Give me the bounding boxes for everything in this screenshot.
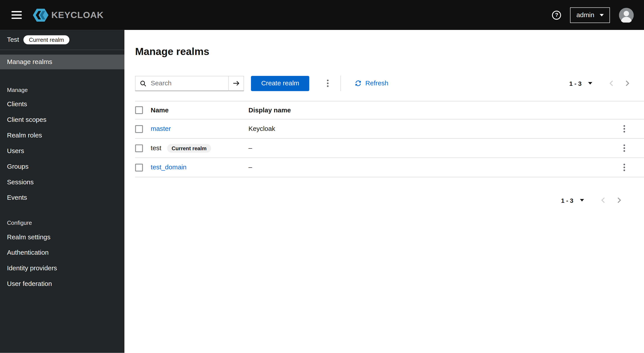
kebab-icon xyxy=(624,125,625,127)
table-row: test_domain – xyxy=(135,158,644,177)
realm-link-test-domain[interactable]: test_domain xyxy=(151,164,187,171)
sidebar-item-client-scopes[interactable]: Client scopes xyxy=(0,112,124,128)
chevron-left-icon xyxy=(609,80,614,87)
row-kebab-menu[interactable] xyxy=(621,122,628,135)
nav-list-configure: Realm settings Authentication Identity p… xyxy=(0,229,124,292)
table-row: master Keycloak xyxy=(135,119,644,139)
nav-section-configure: Configure xyxy=(7,220,118,226)
chevron-down-icon xyxy=(580,199,584,201)
chevron-left-icon xyxy=(600,197,606,203)
kebab-icon xyxy=(624,164,625,165)
search-icon xyxy=(140,80,146,86)
masthead: KEYCLOAK ? admin xyxy=(0,0,644,30)
current-realm-badge: Current realm xyxy=(24,35,69,44)
row-kebab-menu[interactable] xyxy=(621,161,628,174)
table-row: test Current realm – xyxy=(135,139,644,158)
sidebar-item-realm-settings[interactable]: Realm settings xyxy=(0,229,124,245)
sidebar-item-sessions[interactable]: Sessions xyxy=(0,174,124,190)
user-menu-label: admin xyxy=(576,11,594,19)
refresh-icon xyxy=(355,80,362,87)
masthead-actions: ? admin xyxy=(552,7,634,23)
sidebar-item-authentication[interactable]: Authentication xyxy=(0,245,124,261)
search-submit-button[interactable] xyxy=(229,76,244,91)
pagination-nav xyxy=(598,194,624,206)
chevron-right-icon xyxy=(616,197,622,203)
bottom-pagination: 1 - 3 xyxy=(135,194,624,206)
brand-text: KEYCLOAK xyxy=(51,10,104,20)
nav-section-manage: Manage xyxy=(7,87,118,93)
pagination-nav xyxy=(606,78,632,89)
keycloak-logo: KEYCLOAK xyxy=(33,8,104,21)
keycloak-admin-console: KEYCLOAK ? admin Test Curr xyxy=(0,0,644,353)
display-name-cell: – xyxy=(248,164,604,171)
row-checkbox[interactable] xyxy=(135,163,143,171)
sidebar-item-realm-roles[interactable]: Realm roles xyxy=(0,128,124,143)
nav-list-manage: Clients Client scopes Realm roles Users … xyxy=(0,96,124,205)
main-content: Manage realms xyxy=(124,30,644,353)
realm-switcher[interactable]: Test Current realm xyxy=(0,30,124,50)
keycloak-logo-icon xyxy=(33,8,48,21)
kebab-icon xyxy=(327,80,329,81)
realm-name: Test xyxy=(7,36,19,43)
select-all-checkbox[interactable] xyxy=(135,106,143,114)
page-title: Manage realms xyxy=(135,45,644,57)
avatar-icon xyxy=(619,8,634,22)
chevron-right-icon xyxy=(624,80,630,87)
realm-name-test: test xyxy=(151,144,162,152)
arrow-right-icon xyxy=(233,80,240,86)
select-all-cell xyxy=(135,106,151,114)
sidebar: Test Current realm Manage realms Manage … xyxy=(0,30,124,353)
toolbar-kebab-menu[interactable] xyxy=(324,77,332,90)
prev-page-button[interactable] xyxy=(598,194,608,206)
realms-table: Name Display name master Keycloak xyxy=(135,101,644,177)
toolbar-divider xyxy=(340,75,341,91)
hamburger-icon xyxy=(12,11,22,12)
page-layout: Test Current realm Manage realms Manage … xyxy=(0,30,644,353)
next-page-button[interactable] xyxy=(614,194,624,206)
column-header-name: Name xyxy=(151,106,248,114)
sidebar-item-groups[interactable]: Groups xyxy=(0,159,124,174)
toolbar: Create realm Refresh 1 - 3 xyxy=(135,75,632,91)
user-menu-dropdown[interactable]: admin xyxy=(570,7,610,23)
table-header-row: Name Display name xyxy=(135,101,644,119)
row-kebab-menu[interactable] xyxy=(621,142,628,155)
display-name-cell: – xyxy=(248,144,604,152)
sidebar-item-users[interactable]: Users xyxy=(0,143,124,159)
refresh-label: Refresh xyxy=(365,80,388,87)
prev-page-button[interactable] xyxy=(606,78,616,89)
sidebar-item-identity-providers[interactable]: Identity providers xyxy=(0,261,124,276)
refresh-button[interactable]: Refresh xyxy=(355,80,388,87)
row-checkbox[interactable] xyxy=(135,125,143,133)
display-name-cell: Keycloak xyxy=(248,125,604,133)
search-input[interactable] xyxy=(150,79,225,87)
nav-toggle-button[interactable] xyxy=(6,5,26,24)
help-button[interactable]: ? xyxy=(552,10,561,19)
row-checkbox[interactable] xyxy=(135,144,143,152)
help-icon: ? xyxy=(552,10,561,19)
pagination-range-dropdown[interactable]: 1 - 3 xyxy=(558,196,586,204)
pagination-range-dropdown[interactable]: 1 - 3 xyxy=(567,79,595,87)
top-pagination: 1 - 3 xyxy=(567,78,632,89)
current-realm-badge: Current realm xyxy=(167,144,211,152)
avatar[interactable] xyxy=(619,8,634,22)
chevron-down-icon xyxy=(588,82,592,84)
chevron-down-icon xyxy=(600,14,604,16)
sidebar-item-manage-realms[interactable]: Manage realms xyxy=(0,54,124,69)
pagination-range-label: 1 - 3 xyxy=(569,80,582,87)
sidebar-item-user-federation[interactable]: User federation xyxy=(0,276,124,292)
sidebar-item-events[interactable]: Events xyxy=(0,190,124,206)
pagination-range-label: 1 - 3 xyxy=(561,197,573,204)
search-box xyxy=(135,76,229,91)
kebab-icon xyxy=(624,144,625,146)
realm-link-master[interactable]: master xyxy=(151,125,171,133)
search-group xyxy=(135,76,244,91)
next-page-button[interactable] xyxy=(622,78,632,89)
create-realm-button[interactable]: Create realm xyxy=(251,76,310,91)
sidebar-item-clients[interactable]: Clients xyxy=(0,96,124,112)
column-header-display-name: Display name xyxy=(248,106,604,114)
